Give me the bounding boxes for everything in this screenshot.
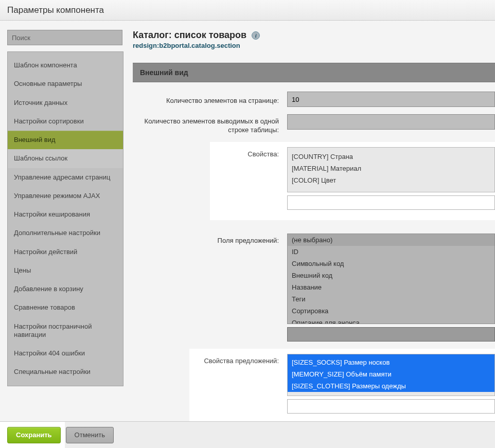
- dialog-title-bar: Параметры компонента: [0, 0, 495, 21]
- sidebar-item-13[interactable]: Сравнение товаров: [8, 298, 123, 317]
- row-properties-highlight: Свойства: [COUNTRY] Страна[MATERIAL] Мат…: [210, 142, 495, 220]
- sidebar-item-0[interactable]: Шаблон компонента: [8, 56, 123, 75]
- sidebar-item-5[interactable]: Шаблоны ссылок: [8, 149, 123, 168]
- row-per-page: Количество элементов на странице:: [133, 92, 495, 107]
- input-per-row[interactable]: [287, 114, 495, 130]
- row-per-row: Количество элементов выводимых в одной с…: [133, 114, 495, 135]
- offer-field-option[interactable]: ID: [288, 246, 494, 258]
- properties-extra-input[interactable]: [287, 195, 495, 210]
- label-offer-properties: Свойства предложений:: [189, 354, 279, 366]
- property-option[interactable]: [COUNTRY] Страна: [288, 151, 494, 163]
- input-per-page[interactable]: [287, 92, 495, 107]
- sidebar-item-1[interactable]: Основные параметры: [8, 75, 123, 93]
- search-input[interactable]: [7, 30, 122, 45]
- sidebar-item-11[interactable]: Цены: [8, 261, 123, 280]
- section-header: Внешний вид: [133, 63, 495, 82]
- row-offer-props-highlight: Свойства предложений: [SIZES_SOCKS] Разм…: [189, 349, 495, 424]
- offer-fields-extra-input[interactable]: [287, 327, 495, 342]
- sidebar-item-6[interactable]: Управление адресами страниц: [8, 168, 123, 187]
- info-icon[interactable]: i: [252, 31, 260, 40]
- section-appearance: Внешний вид Количество элементов на стра…: [133, 63, 495, 424]
- offer-field-option[interactable]: Символьный код: [288, 258, 494, 270]
- row-offer-fields: Поля предложений: (не выбрано)IDСимвольн…: [133, 234, 495, 342]
- dialog-footer: Сохранить Отменить: [0, 421, 495, 448]
- sidebar-item-9[interactable]: Дополнительные настройки: [8, 224, 123, 242]
- save-button[interactable]: Сохранить: [7, 427, 61, 443]
- sidebar-item-15[interactable]: Настройки 404 ошибки: [8, 344, 123, 363]
- dialog-title: Параметры компонента: [7, 5, 104, 15]
- component-header: Каталог: список товаров i redsign:b2bpor…: [133, 30, 495, 53]
- sidebar-item-4[interactable]: Внешний вид: [8, 131, 123, 149]
- offer-field-option[interactable]: Теги: [288, 293, 494, 305]
- sidebar-item-7[interactable]: Управление режимом AJAX: [8, 187, 123, 205]
- component-code: redsign:b2bportal.catalog.section: [133, 42, 495, 49]
- offer-property-option[interactable]: [SIZES_CLOTHES] Размеры одежды: [288, 380, 494, 392]
- property-option[interactable]: [COLOR] Цвет: [288, 174, 494, 186]
- offer-field-option[interactable]: Название: [288, 281, 494, 293]
- sidebar-item-14[interactable]: Настройки постраничной навигации: [8, 317, 123, 345]
- offer-field-option[interactable]: Сортировка: [288, 305, 494, 317]
- label-per-row: Количество элементов выводимых в одной с…: [133, 114, 279, 135]
- component-title: Каталог: список товаров: [133, 30, 246, 41]
- sidebar-item-10[interactable]: Настройки действий: [8, 243, 123, 261]
- sidebar-item-2[interactable]: Источник данных: [8, 94, 123, 112]
- sidebar-item-12[interactable]: Добавление в корзину: [8, 280, 123, 298]
- component-params-dialog: Параметры компонента Шаблон компонентаОс…: [0, 0, 495, 448]
- sidebar-item-3[interactable]: Настройки сортировки: [8, 112, 123, 131]
- property-option[interactable]: [MATERIAL] Материал: [288, 163, 494, 174]
- label-per-page: Количество элементов на странице:: [133, 94, 279, 105]
- sidebar-nav: Шаблон компонентаОсновные параметрыИсточ…: [7, 51, 123, 386]
- offer-field-option[interactable]: Внешний код: [288, 270, 494, 281]
- select-properties[interactable]: [COUNTRY] Страна[MATERIAL] Материал[COLO…: [287, 147, 495, 192]
- select-offer-properties[interactable]: [SIZES_SOCKS] Размер носков[MEMORY_SIZE]…: [287, 354, 495, 396]
- main-panel: Каталог: список товаров i redsign:b2bpor…: [133, 30, 495, 448]
- offer-field-option[interactable]: Описание для анонса: [288, 317, 494, 324]
- cancel-button[interactable]: Отменить: [66, 427, 114, 443]
- label-offer-fields: Поля предложений:: [133, 234, 279, 245]
- sidebar-item-16[interactable]: Специальные настройки: [8, 363, 123, 381]
- offer-field-option[interactable]: (не выбрано): [288, 234, 494, 246]
- offer-property-option[interactable]: [SIZES_SOCKS] Размер носков: [288, 356, 494, 368]
- label-properties: Свойства:: [210, 147, 279, 159]
- sidebar-item-8[interactable]: Настройки кеширования: [8, 205, 123, 224]
- sidebar: Шаблон компонентаОсновные параметрыИсточ…: [7, 30, 123, 448]
- offer-properties-extra-input[interactable]: [287, 399, 495, 414]
- select-offer-fields[interactable]: (не выбрано)IDСимвольный кодВнешний кодН…: [287, 234, 495, 324]
- offer-property-option[interactable]: [MEMORY_SIZE] Объём памяти: [288, 368, 494, 380]
